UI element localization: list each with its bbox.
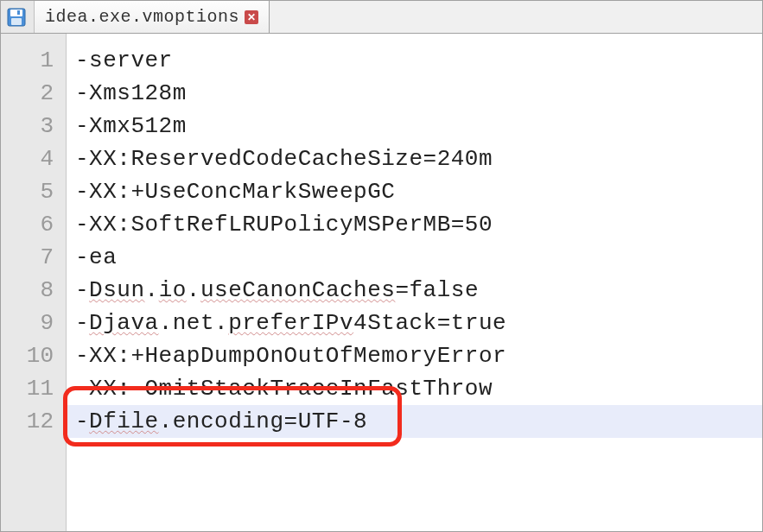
line-number: 7 [1, 241, 66, 274]
line-number: 12 [1, 405, 66, 438]
editor-window: idea.exe.vmoptions ✕ 123456789101112 -se… [0, 0, 763, 532]
code-line[interactable]: -Xmx512m [67, 110, 762, 142]
editor-area: 123456789101112 -server-Xms128m-Xmx512m-… [1, 34, 762, 531]
code-line[interactable]: -XX:+HeapDumpOnOutOfMemoryError [67, 339, 762, 372]
code-line[interactable]: -Dsun.io.useCanonCaches=false [67, 274, 762, 307]
code-line[interactable]: -Xms128m [67, 77, 762, 110]
code-content[interactable]: -server-Xms128m-Xmx512m-XX:ReservedCodeC… [67, 34, 762, 531]
code-line[interactable]: -Djava.net.preferIPv4Stack=true [67, 307, 762, 339]
tab-bar: idea.exe.vmoptions ✕ [1, 1, 762, 34]
line-number: 5 [1, 175, 66, 208]
line-number: 4 [1, 142, 66, 175]
line-number: 9 [1, 307, 66, 339]
line-number: 11 [1, 372, 66, 405]
code-line[interactable]: -XX:ReservedCodeCacheSize=240m [67, 142, 762, 175]
code-line[interactable]: -Dfile.encoding=UTF-8 [67, 405, 762, 438]
code-line[interactable]: -server [67, 44, 762, 77]
code-line[interactable]: -XX:SoftRefLRUPolicyMSPerMB=50 [67, 208, 762, 241]
svg-rect-1 [10, 10, 22, 16]
close-icon: ✕ [247, 12, 257, 22]
file-tab[interactable]: idea.exe.vmoptions ✕ [35, 1, 270, 33]
line-number: 3 [1, 110, 66, 142]
line-number: 1 [1, 44, 66, 77]
tab-filename: idea.exe.vmoptions [45, 7, 239, 27]
code-line[interactable]: -ea [67, 241, 762, 274]
line-number: 10 [1, 339, 66, 372]
line-number: 6 [1, 208, 66, 241]
tab-close-button[interactable]: ✕ [245, 10, 258, 24]
code-line[interactable]: -XX:-OmitStackTraceInFastThrow [67, 372, 762, 405]
line-number: 2 [1, 77, 66, 110]
line-number-gutter: 123456789101112 [1, 34, 67, 531]
line-number: 8 [1, 274, 66, 307]
floppy-disk-icon [6, 7, 27, 28]
save-button[interactable] [1, 1, 35, 33]
svg-rect-2 [11, 18, 22, 25]
code-line[interactable]: -XX:+UseConcMarkSweepGC [67, 175, 762, 208]
svg-rect-3 [17, 10, 20, 15]
